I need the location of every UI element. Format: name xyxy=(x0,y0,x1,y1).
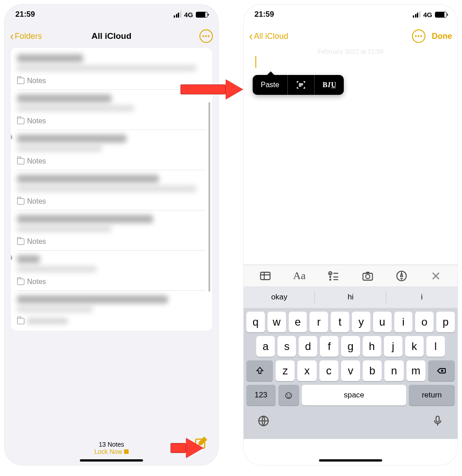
folder-icon xyxy=(17,318,24,324)
format-menu-item[interactable]: BIU xyxy=(314,75,344,95)
folder-label: Notes xyxy=(17,154,206,170)
back-label: Folders xyxy=(15,32,42,41)
key-e[interactable]: e xyxy=(289,312,307,332)
key-s[interactable]: s xyxy=(277,336,296,357)
emoji-key[interactable]: ☺ xyxy=(278,385,299,406)
key-r[interactable]: r xyxy=(310,312,328,332)
key-w[interactable]: w xyxy=(268,312,286,332)
context-menu: Paste BIU xyxy=(253,75,344,95)
note-timestamp: February 2022 at 21:59 xyxy=(318,48,383,55)
space-key[interactable]: space xyxy=(302,385,406,406)
folder-icon xyxy=(17,238,24,245)
camera-icon[interactable] xyxy=(360,268,376,284)
network-label: 4G xyxy=(423,11,432,19)
battery-icon xyxy=(196,12,208,18)
backspace-key[interactable] xyxy=(428,360,455,381)
more-options-button[interactable]: ••• xyxy=(412,29,425,43)
lock-icon xyxy=(124,449,129,454)
suggestion[interactable]: hi xyxy=(315,286,386,308)
status-bar: 21:59 4G xyxy=(5,5,218,24)
status-icons: 4G xyxy=(174,11,208,19)
back-button[interactable]: ‹ Folders xyxy=(10,29,42,43)
key-c[interactable]: c xyxy=(319,360,338,381)
folder-label: Notes xyxy=(17,114,206,130)
home-indicator[interactable] xyxy=(319,459,382,462)
note-row[interactable]: Notes xyxy=(11,130,212,170)
return-key[interactable]: return xyxy=(409,385,455,406)
home-indicator[interactable] xyxy=(80,459,143,462)
paste-menu-item[interactable]: Paste xyxy=(253,75,288,95)
svg-rect-9 xyxy=(436,416,439,422)
done-button[interactable]: Done xyxy=(432,32,452,41)
key-k[interactable]: k xyxy=(405,336,424,357)
nav-bar: ‹ All iCloud ••• Done xyxy=(244,24,457,48)
folder-label: Notes xyxy=(17,235,206,251)
keyboard: okayhii qwertyuiop asdfghjkl zxcvbnm 123… xyxy=(244,286,457,439)
key-d[interactable]: d xyxy=(299,336,317,357)
key-m[interactable]: m xyxy=(407,360,425,381)
key-p[interactable]: p xyxy=(436,312,455,332)
key-i[interactable]: i xyxy=(394,312,413,332)
note-body[interactable]: February 2022 at 21:59 Paste BIU xyxy=(244,48,457,265)
folder-label: Notes xyxy=(17,195,206,210)
annotation-arrow xyxy=(171,438,203,458)
note-row[interactable]: Notes xyxy=(11,251,212,291)
status-icons: 4G xyxy=(413,11,447,19)
suggestion[interactable]: i xyxy=(386,286,457,308)
annotation-arrow xyxy=(180,79,243,99)
note-row[interactable]: Notes xyxy=(11,210,212,251)
table-icon[interactable] xyxy=(257,268,273,284)
text-cursor xyxy=(255,56,256,68)
back-button[interactable]: ‹ All iCloud xyxy=(249,29,288,43)
formatting-toolbar: Aa xyxy=(244,265,457,286)
key-g[interactable]: g xyxy=(341,336,360,357)
note-editor-screen: 21:59 4G ‹ All iCloud ••• Done February … xyxy=(244,5,457,465)
key-l[interactable]: l xyxy=(426,336,445,357)
more-options-button[interactable]: ••• xyxy=(199,29,213,43)
key-q[interactable]: q xyxy=(246,312,265,332)
key-a[interactable]: a xyxy=(256,336,275,357)
key-j[interactable]: j xyxy=(384,336,402,357)
key-b[interactable]: b xyxy=(363,360,382,381)
chevron-left-icon: ‹ xyxy=(249,29,253,43)
scan-text-menu-item[interactable] xyxy=(288,75,314,95)
folder-label: Notes xyxy=(17,74,206,90)
key-u[interactable]: u xyxy=(373,312,392,332)
key-n[interactable]: n xyxy=(384,360,403,381)
globe-key[interactable] xyxy=(257,415,270,429)
page-title: All iCloud xyxy=(92,31,132,41)
close-keyboard-icon[interactable] xyxy=(428,268,444,284)
svg-point-4 xyxy=(330,279,331,280)
folder-icon xyxy=(17,279,24,285)
key-h[interactable]: h xyxy=(363,336,381,357)
text-format-icon[interactable]: Aa xyxy=(291,268,307,284)
notes-list-screen: 21:59 4G ‹ Folders All iCloud ••• NotesN… xyxy=(5,5,218,465)
folder-icon xyxy=(17,198,24,205)
network-label: 4G xyxy=(184,11,193,19)
suggestion-bar: okayhii xyxy=(244,286,457,308)
chevron-left-icon: ‹ xyxy=(10,29,14,43)
folder-label: Notes xyxy=(17,275,206,291)
key-v[interactable]: v xyxy=(341,360,360,381)
folder-label xyxy=(17,315,206,329)
suggestion[interactable]: okay xyxy=(244,286,315,308)
note-row[interactable]: Notes xyxy=(11,170,212,210)
shift-key[interactable] xyxy=(246,360,273,381)
status-time: 21:59 xyxy=(15,10,35,19)
key-f[interactable]: f xyxy=(320,336,338,357)
battery-icon xyxy=(435,12,447,18)
key-x[interactable]: x xyxy=(297,360,316,381)
key-o[interactable]: o xyxy=(415,312,434,332)
markup-icon[interactable] xyxy=(393,268,410,284)
status-bar: 21:59 4G xyxy=(244,5,457,24)
key-y[interactable]: y xyxy=(352,312,370,332)
checklist-icon[interactable] xyxy=(325,268,342,284)
dictation-key[interactable] xyxy=(431,415,444,429)
note-row[interactable] xyxy=(11,291,212,329)
nav-bar: ‹ Folders All iCloud ••• xyxy=(5,24,218,48)
numbers-key[interactable]: 123 xyxy=(246,385,276,406)
key-z[interactable]: z xyxy=(276,360,295,381)
key-t[interactable]: t xyxy=(331,312,349,332)
folder-icon xyxy=(17,78,24,84)
folder-icon xyxy=(17,118,24,124)
